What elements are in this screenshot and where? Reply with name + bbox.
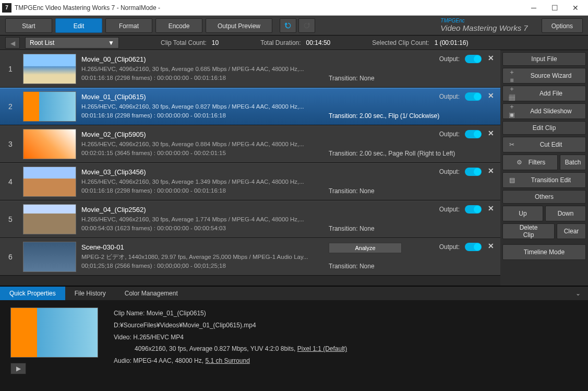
remove-clip-button[interactable]: ✕ bbox=[488, 242, 494, 250]
transition-label: Transition: 2.00 sec., Page Roll (Right … bbox=[329, 150, 455, 157]
clip-row[interactable]: 3 Movie_02_(Clip5905) H.265/HEVC, 4096x2… bbox=[0, 125, 500, 163]
root-list-select[interactable]: Root List▼ bbox=[25, 37, 119, 49]
down-button[interactable]: Down bbox=[545, 206, 586, 221]
clip-row[interactable]: 4 Movie_03_(Clip3456) H.265/HEVC, 4096x2… bbox=[0, 163, 500, 200]
output-toggle[interactable] bbox=[465, 205, 482, 214]
output-label: Output: bbox=[439, 168, 460, 175]
remove-clip-button[interactable]: ✕ bbox=[488, 129, 494, 137]
clip-meta-codec: H.265/HEVC, 4096x2160, 30 fps, Average 0… bbox=[81, 65, 497, 74]
tab-output-preview[interactable]: Output Preview bbox=[206, 18, 272, 33]
transition-icon: ▤ bbox=[507, 176, 517, 184]
clip-meta-time: 00;01;25;18 (2566 frames) : 00;00;00;00 … bbox=[81, 262, 497, 270]
clear-button[interactable]: Clear bbox=[557, 223, 586, 239]
remove-clip-button[interactable]: ✕ bbox=[488, 54, 494, 62]
timeline-mode-button[interactable]: Timeline Mode bbox=[502, 244, 586, 260]
remove-clip-button[interactable]: ✕ bbox=[488, 91, 494, 100]
total-duration-label: Total Duration: bbox=[260, 39, 301, 46]
tab-encode[interactable]: Encode bbox=[155, 18, 202, 33]
source-wizard-button[interactable]: ＋≡Source Wizard bbox=[502, 68, 586, 84]
clip-meta-codec: H.265/HEVC, 4096x2160, 30 fps, Average 0… bbox=[81, 102, 497, 111]
clip-title: Movie_04_(Clip2562) bbox=[81, 206, 497, 214]
bottom-panel: Quick Properties File History Color Mana… bbox=[0, 286, 588, 391]
output-label: Output: bbox=[439, 206, 460, 213]
clip-thumbnail[interactable] bbox=[23, 91, 76, 122]
output-toggle[interactable] bbox=[465, 130, 482, 138]
tab-format[interactable]: Format bbox=[105, 18, 152, 33]
transition-edit-button[interactable]: ▤Transition Edit bbox=[502, 172, 586, 188]
gear-icon: ⚙ bbox=[515, 159, 524, 166]
add-slideshow-icon: ＋▣ bbox=[507, 102, 517, 120]
clip-thumbnail[interactable] bbox=[23, 242, 76, 272]
clip-thumbnail[interactable] bbox=[23, 204, 76, 234]
clip-meta-codec: H.265/HEVC, 4096x2160, 30 fps, Average 1… bbox=[81, 215, 497, 224]
clip-row[interactable]: 1 Movie_00_(Clip0621) H.265/HEVC, 4096x2… bbox=[0, 50, 500, 88]
output-label: Output: bbox=[439, 55, 460, 63]
clip-meta-time: 00:00:54:03 (1623 frames) : 00:00:00:00 … bbox=[81, 224, 497, 233]
list-info-bar: ◀ Root List▼ Clip Total Count: 10 Total … bbox=[0, 35, 588, 50]
batch-button[interactable]: Batch bbox=[560, 155, 586, 170]
clip-meta-codec: H.265/HEVC, 4096x2160, 30 fps, Average 1… bbox=[81, 177, 497, 186]
clip-meta-time: 00:01:16:18 (2298 frames) : 00:00:00:00 … bbox=[81, 74, 497, 82]
transition-label: Transition: None bbox=[329, 75, 375, 82]
selected-count-label: Selected Clip Count: bbox=[372, 39, 429, 46]
main-toolbar: Start Edit Format Encode Output Preview … bbox=[0, 16, 588, 35]
close-button[interactable]: ✕ bbox=[565, 1, 586, 15]
tab-quick-properties[interactable]: Quick Properties bbox=[0, 287, 65, 300]
clip-list[interactable]: 1 Movie_00_(Clip0621) H.265/HEVC, 4096x2… bbox=[0, 50, 500, 286]
clip-title: Movie_00_(Clip0621) bbox=[81, 55, 497, 63]
undo-button[interactable] bbox=[280, 18, 296, 33]
output-toggle[interactable] bbox=[465, 92, 482, 101]
output-toggle[interactable] bbox=[465, 168, 482, 176]
clip-meta-codec: H.265/HEVC, 4096x2160, 30 fps, Average 0… bbox=[81, 140, 497, 149]
redo-button[interactable] bbox=[298, 18, 315, 33]
nav-back-button[interactable]: ◀ bbox=[5, 37, 20, 49]
title-bar: 7 TMPGEnc Video Mastering Works 7 - Norm… bbox=[0, 0, 588, 16]
chevron-down-icon: ▼ bbox=[108, 37, 114, 49]
clip-row[interactable]: 6 Scene-030-01 MPEG-2 ビデオ, 1440x1080, 29… bbox=[0, 238, 500, 276]
maximize-button[interactable]: ☐ bbox=[544, 1, 565, 15]
remove-clip-button[interactable]: ✕ bbox=[488, 167, 494, 175]
add-slideshow-button[interactable]: ＋▣Add Slideshow bbox=[502, 103, 586, 119]
transition-label: Transition: None bbox=[329, 263, 375, 270]
output-toggle[interactable] bbox=[465, 55, 482, 63]
play-button[interactable]: ▶ bbox=[10, 363, 26, 374]
tab-start[interactable]: Start bbox=[5, 18, 52, 33]
output-label: Output: bbox=[439, 131, 460, 138]
properties-text: Clip Name: Movie_01_(Clip0615) D:¥Source… bbox=[114, 307, 578, 374]
tab-edit[interactable]: Edit bbox=[55, 18, 102, 33]
cut-edit-button[interactable]: ✂Cut Edit bbox=[502, 137, 586, 152]
clip-thumbnail[interactable] bbox=[23, 54, 76, 84]
clip-thumbnail[interactable] bbox=[23, 129, 76, 159]
clip-index: 2 bbox=[3, 102, 18, 111]
output-label: Output: bbox=[439, 93, 460, 100]
sidebar-heading-others: Others bbox=[502, 190, 586, 204]
add-file-button[interactable]: ＋▦Add File bbox=[502, 86, 586, 101]
app-icon: 7 bbox=[2, 3, 11, 13]
clip-title: Movie_03_(Clip3456) bbox=[81, 168, 497, 176]
transition-label: Transition: 2.00 sec., Flip (1/ Clockwis… bbox=[329, 112, 439, 120]
clip-index: 1 bbox=[3, 65, 18, 73]
remove-clip-button[interactable]: ✕ bbox=[488, 204, 494, 212]
clip-row[interactable]: 5 Movie_04_(Clip2562) H.265/HEVC, 4096x2… bbox=[0, 200, 500, 238]
tab-file-history[interactable]: File History bbox=[65, 287, 115, 300]
options-button[interactable]: Options bbox=[542, 18, 583, 33]
minimize-button[interactable]: ─ bbox=[523, 1, 544, 15]
scissors-icon: ✂ bbox=[507, 141, 517, 148]
window-title: TMPGEnc Video Mastering Works 7 - Normal… bbox=[15, 4, 523, 11]
up-button[interactable]: Up bbox=[502, 206, 543, 221]
output-label: Output: bbox=[439, 243, 460, 251]
output-toggle[interactable] bbox=[465, 243, 482, 251]
transition-label: Transition: None bbox=[329, 225, 375, 232]
add-file-icon: ＋▦ bbox=[507, 85, 517, 102]
clip-thumbnail[interactable] bbox=[23, 167, 76, 197]
analyze-button[interactable]: Analyze bbox=[329, 243, 402, 253]
tab-color-management[interactable]: Color Management bbox=[115, 287, 187, 300]
selected-count-value: 1 (00:01:16) bbox=[435, 39, 469, 46]
clip-count-label: Clip Total Count: bbox=[161, 39, 207, 46]
filters-button[interactable]: ⚙Filters bbox=[502, 155, 558, 170]
wizard-icon: ＋≡ bbox=[507, 68, 517, 84]
collapse-panel-button[interactable]: ⌄ bbox=[568, 290, 588, 297]
clip-meta-codec: MPEG-2 ビデオ, 1440x1080, 29.97 fps, Averag… bbox=[81, 253, 497, 262]
clip-row[interactable]: 2 Movie_01_(Clip0615) H.265/HEVC, 4096x2… bbox=[0, 88, 500, 125]
delete-clip-button[interactable]: Delete Clip bbox=[502, 223, 555, 239]
